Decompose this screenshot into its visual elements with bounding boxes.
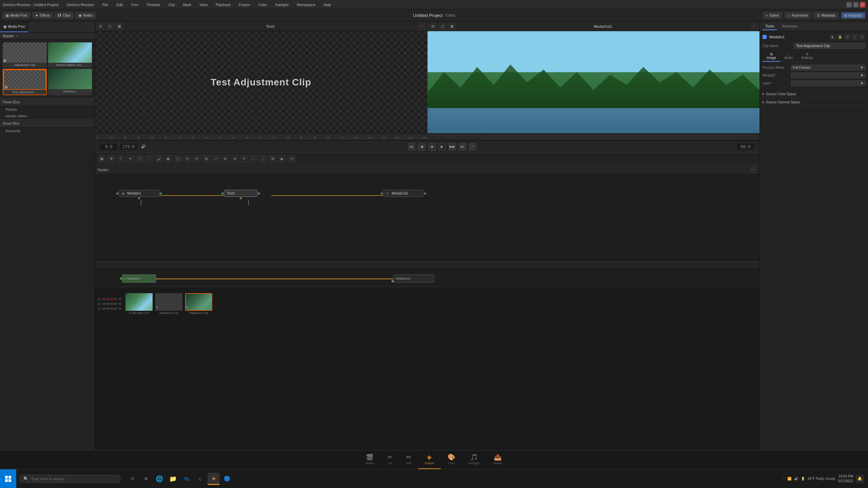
pen-tool[interactable]: ✒: [126, 155, 134, 163]
track-mediaout1[interactable]: MediaOut1: [393, 274, 434, 283]
nav-cut[interactable]: ✂ Cut: [380, 450, 399, 469]
volume-icon[interactable]: 🔊: [794, 477, 798, 481]
inspector-paste-btn[interactable]: ◻: [852, 34, 858, 40]
battery-icon[interactable]: 🔋: [801, 477, 805, 481]
nodes-button[interactable]: ◉ Nodes: [76, 12, 96, 19]
inspector-button[interactable]: ⊞ Inspector: [841, 12, 865, 19]
tab-media-pool[interactable]: ▦ Media Pool: [0, 22, 28, 32]
menu-file[interactable]: File: [101, 2, 110, 7]
windows-start-button[interactable]: [0, 469, 16, 488]
node-mediain1[interactable]: ◉ MediaIn1: [119, 190, 159, 197]
file-explorer[interactable]: 📁: [167, 473, 179, 485]
menu-playback[interactable]: Playback: [214, 2, 232, 7]
preview-tool-btn[interactable]: ⊞: [96, 22, 104, 30]
inspector-reset-btn[interactable]: ↺: [859, 34, 865, 40]
rotate-tool[interactable]: ↻: [240, 155, 248, 163]
sub-tab-image[interactable]: ⊞ Image: [763, 51, 780, 62]
nav-deliver[interactable]: 📤 Deliver: [486, 450, 509, 469]
video-strip-1[interactable]: H.264 High L4.0: [125, 293, 153, 314]
preview-settings-btn[interactable]: ⋯: [750, 22, 758, 30]
paint-tool[interactable]: 🖌: [155, 155, 163, 163]
media-pool-button[interactable]: ▦ Media Pool: [3, 12, 30, 19]
zoom-tool[interactable]: ⊕: [231, 155, 239, 163]
snapping-tool[interactable]: ⊡: [288, 155, 296, 163]
loop-button[interactable]: ↺: [469, 143, 476, 150]
keyframes-button[interactable]: ◇ Keyframes: [785, 12, 811, 19]
menu-workspace[interactable]: Workspace: [295, 2, 317, 7]
nodes-options-btn[interactable]: ⋯: [750, 166, 757, 173]
menu-trim[interactable]: Trim: [130, 2, 140, 7]
maximize-button[interactable]: □: [853, 2, 859, 7]
media-id-dropdown[interactable]: ▼: [791, 73, 865, 78]
flip-v-tool[interactable]: ↕: [259, 155, 267, 163]
inspector-tab-tools[interactable]: Tools: [763, 23, 777, 30]
clip-item-selected[interactable]: Test Adjustment ...: [3, 69, 47, 95]
grid-tool[interactable]: ⊞: [202, 155, 210, 163]
go-to-start-button[interactable]: ⏮: [408, 143, 415, 150]
clips-button[interactable]: 🎞 Clips: [55, 12, 73, 19]
nav-fairlight[interactable]: 🎵 Fairlight: [462, 450, 486, 469]
menu-mark[interactable]: Mark: [182, 2, 193, 7]
system-clock[interactable]: 10:54 PM 5/27/2022: [838, 474, 853, 484]
copy-tool[interactable]: ⊡: [183, 155, 191, 163]
video-strip-3[interactable]: Adjustment Clip ◉: [185, 293, 212, 314]
search-input[interactable]: [31, 477, 116, 481]
network-icon[interactable]: 📶: [787, 477, 791, 481]
clip-item[interactable]: Timeline 1: [48, 69, 92, 95]
curve-tool[interactable]: ⌒: [145, 155, 153, 163]
nav-fusion[interactable]: ◈ Fusion: [418, 450, 441, 469]
video-strip-2[interactable]: Adjustment Clip ◉: [155, 293, 182, 314]
nav-edit[interactable]: ✏ Edit: [399, 450, 418, 469]
preview-tool-btn[interactable]: ⊞: [429, 22, 437, 30]
node-mediaout1[interactable]: ⊡ MediaOut1: [383, 190, 424, 197]
menu-view[interactable]: View: [198, 2, 209, 7]
spline-button[interactable]: ∿ Spline: [763, 12, 782, 19]
source-gamma-space-section[interactable]: ▶ Source Gamma Space: [763, 99, 865, 106]
inspector-action-btn[interactable]: ◉: [829, 34, 835, 40]
step-back-button[interactable]: ◀: [418, 143, 426, 150]
move-tool[interactable]: ✙: [107, 155, 115, 163]
crop-tool[interactable]: ⊡: [193, 155, 201, 163]
menu-clip[interactable]: Clip: [167, 2, 176, 7]
stop-button[interactable]: ■: [428, 143, 436, 150]
play-tool[interactable]: ▶: [278, 155, 286, 163]
anchor-tool[interactable]: ⊕: [221, 155, 229, 163]
flip-h-tool[interactable]: ↔: [250, 155, 258, 163]
menu-davinci[interactable]: DaVinci Resolve: [65, 2, 96, 7]
taskbar-search-box[interactable]: 🔍: [19, 475, 121, 483]
store-app[interactable]: 🛍: [180, 473, 193, 485]
fit-tool[interactable]: ⊞: [269, 155, 277, 163]
preview-settings-btn[interactable]: ⋯: [418, 22, 426, 30]
track-mediain1[interactable]: MediaIn1: [122, 274, 156, 283]
step-forward-button[interactable]: ▶▶: [449, 143, 456, 150]
process-mode-dropdown[interactable]: Full Frames ▼: [791, 65, 865, 70]
app-chrome[interactable]: 🔵: [221, 473, 233, 485]
inspector-lock-btn[interactable]: 🔒: [837, 34, 843, 40]
source-color-space-section[interactable]: ▶ Source Color Space: [763, 91, 865, 98]
node-text1[interactable]: Text1: [224, 190, 258, 197]
fill-tool[interactable]: ◉: [164, 155, 172, 163]
text-tool[interactable]: T: [117, 155, 125, 163]
inspector-tab-attributes[interactable]: Attributes: [780, 23, 801, 30]
metadata-button[interactable]: ☰ Metadata: [814, 12, 839, 19]
preview-tool-btn[interactable]: ◫: [438, 22, 447, 30]
menu-fusion[interactable]: Fusion: [238, 2, 252, 7]
edge-browser[interactable]: 🌐: [153, 473, 165, 485]
audio-icon[interactable]: 🔊: [141, 144, 146, 149]
transform-tool[interactable]: ⤢: [212, 155, 220, 163]
preview-tool-btn[interactable]: ▣: [448, 22, 456, 30]
timeline-ruler[interactable]: 5 10 15 20 25 30 35 40 45 50 55 60 65 70…: [95, 134, 760, 140]
minimize-button[interactable]: —: [846, 2, 852, 7]
menu-edit[interactable]: Edit: [115, 2, 124, 7]
widgets-button[interactable]: ⊞: [140, 473, 152, 485]
preview-tool-btn[interactable]: ▣: [115, 22, 123, 30]
nav-color[interactable]: 🎨 Color: [441, 450, 462, 469]
app-spotify[interactable]: ♫: [194, 473, 206, 485]
chevron-icon[interactable]: ^: [783, 477, 785, 481]
eraser-tool[interactable]: ◻: [174, 155, 182, 163]
layer-dropdown[interactable]: ▼: [791, 80, 865, 86]
clip-name-value[interactable]: Test Adjustment Clip: [794, 43, 865, 49]
notification-button[interactable]: 🔔: [856, 475, 864, 483]
inspector-copy-btn[interactable]: ⊡: [844, 34, 850, 40]
effects-button[interactable]: ★ Effects: [32, 12, 53, 19]
